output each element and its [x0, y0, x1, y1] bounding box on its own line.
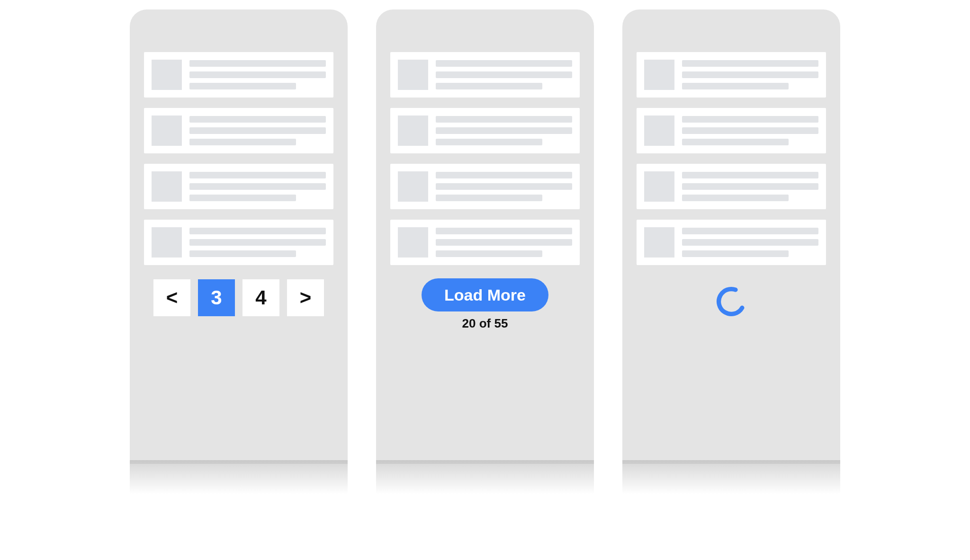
- thumbnail-placeholder: [398, 116, 428, 146]
- text-placeholder: [189, 171, 326, 202]
- diagram-stage: < 3 4 >: [0, 0, 970, 560]
- text-placeholder: [189, 60, 326, 90]
- load-more-button[interactable]: Load More: [422, 278, 548, 311]
- list-item: [637, 52, 826, 98]
- list-item: [144, 52, 333, 98]
- list-item: [390, 108, 580, 153]
- list-item: [390, 164, 580, 209]
- loading-spinner-icon: [716, 286, 747, 317]
- thumbnail-placeholder: [152, 116, 182, 146]
- text-placeholder: [436, 227, 572, 258]
- phone-infinite-scroll: [622, 9, 840, 464]
- text-placeholder: [682, 60, 818, 90]
- pager-page-3[interactable]: 3: [198, 279, 235, 316]
- text-placeholder: [436, 60, 572, 90]
- load-more-count-text: 20 of 55: [390, 316, 580, 331]
- text-placeholder: [682, 227, 818, 258]
- thumbnail-placeholder: [398, 171, 428, 202]
- list-item: [637, 164, 826, 209]
- list-item: [144, 164, 333, 209]
- thumbnail-placeholder: [398, 60, 428, 90]
- list-item: [390, 52, 580, 98]
- text-placeholder: [436, 171, 572, 202]
- thumbnail-placeholder: [152, 60, 182, 90]
- list-item: [144, 220, 333, 265]
- list-item: [390, 220, 580, 265]
- svg-point-0: [716, 286, 747, 317]
- list-item: [637, 220, 826, 265]
- list-item: [637, 108, 826, 153]
- text-placeholder: [682, 116, 818, 146]
- phone-pagination: < 3 4 >: [130, 9, 348, 464]
- pager-next-button[interactable]: >: [287, 279, 324, 316]
- text-placeholder: [189, 227, 326, 258]
- pager-prev-button[interactable]: <: [153, 279, 190, 316]
- thumbnail-placeholder: [152, 227, 182, 258]
- thumbnail-placeholder: [644, 227, 674, 258]
- pager-page-4[interactable]: 4: [242, 279, 279, 316]
- phone-load-more: Load More 20 of 55: [376, 9, 594, 464]
- thumbnail-placeholder: [644, 116, 674, 146]
- thumbnail-placeholder: [644, 171, 674, 202]
- text-placeholder: [189, 116, 326, 146]
- thumbnail-placeholder: [644, 60, 674, 90]
- pagination-control: < 3 4 >: [144, 279, 333, 316]
- thumbnail-placeholder: [152, 171, 182, 202]
- text-placeholder: [682, 171, 818, 202]
- list-item: [144, 108, 333, 153]
- thumbnail-placeholder: [398, 227, 428, 258]
- text-placeholder: [436, 116, 572, 146]
